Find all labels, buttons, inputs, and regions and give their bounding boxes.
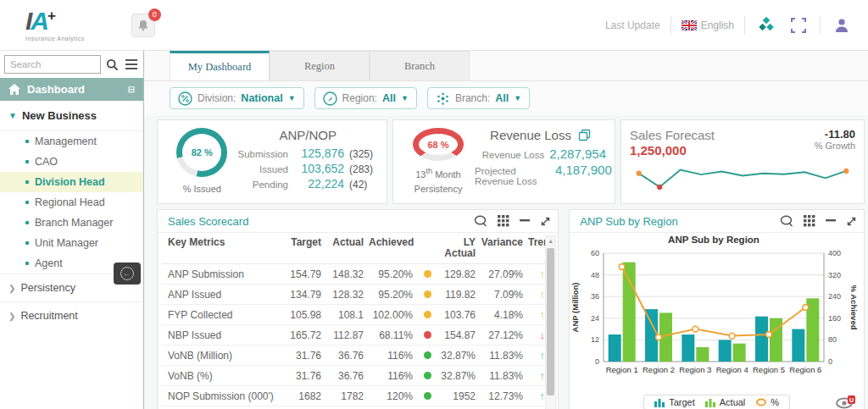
target-bar[interactable] (755, 317, 768, 362)
group-label: Recruitment (20, 310, 77, 322)
status-dot (415, 386, 434, 406)
comment-button[interactable] (780, 215, 793, 227)
trend-up-icon: ↑ (526, 285, 548, 305)
grid-view-button[interactable] (498, 215, 509, 227)
col-variance[interactable]: Variance (478, 233, 526, 264)
percent-marker[interactable] (803, 305, 809, 311)
grid-view-button[interactable] (804, 215, 815, 227)
actual-bar[interactable] (770, 318, 782, 362)
table-row[interactable]: FYP Collected105.98108.1102.00%103.764.1… (161, 305, 548, 325)
bar-legend-icon (705, 398, 716, 407)
branch-filter[interactable]: Branch: All ▼ (427, 87, 530, 109)
eye-watermark-icon[interactable]: U (835, 395, 857, 409)
actual-bar[interactable] (623, 263, 636, 362)
value-cell: 154.87 (434, 325, 478, 345)
table-scrollbar[interactable]: ▲ ▼ (545, 235, 556, 409)
tab-my-dashboard[interactable]: My Dashboard (170, 51, 270, 80)
value-cell: 11.83% (478, 366, 526, 386)
target-bar[interactable] (682, 334, 695, 362)
filter-label: Region: (342, 92, 377, 104)
chat-icon (474, 215, 487, 227)
table-row[interactable]: NOP Submission (000')16821782120%195212.… (161, 386, 548, 406)
line-legend-icon (755, 398, 767, 406)
target-bar[interactable] (719, 340, 732, 362)
table-row[interactable]: ANP Submission154.79148.3295.20%129.8227… (161, 264, 548, 285)
actual-bar[interactable] (697, 347, 709, 362)
group-label: Persistency (20, 282, 75, 294)
notifications-button[interactable]: 0 (131, 14, 155, 37)
window-icon[interactable]: ⊟ (128, 85, 135, 94)
sidebar-item-unit-manager[interactable]: Unit Manager (0, 233, 143, 253)
percent-marker[interactable] (693, 326, 698, 332)
row-label: Submission (238, 149, 288, 159)
tab-branch[interactable]: Branch (370, 51, 470, 80)
division-filter[interactable]: Division: National ▼ (170, 87, 304, 109)
sidebar-item-branch-manager[interactable]: Branch Manager (0, 213, 143, 233)
sidebar-item-cao[interactable]: CAO (0, 152, 143, 172)
tab-region[interactable]: Region (270, 51, 370, 80)
col-ly-actual[interactable]: LY Actual (434, 233, 478, 264)
apps-cubes-button[interactable] (755, 14, 777, 36)
region-filter[interactable]: Region: All ▼ (314, 87, 417, 109)
col-actual[interactable]: Actual (324, 233, 366, 264)
row-value: 2,287,954 (549, 146, 606, 161)
sidebar-item-label: Branch Manager (35, 217, 113, 229)
bullet-icon (25, 160, 29, 163)
main-content: My Dashboard Region Branch Division: Nat… (144, 51, 868, 409)
sidebar-group-new-business[interactable]: ▼ New Business (0, 101, 143, 131)
value-cell: 1652 (281, 406, 324, 409)
scroll-up-arrow[interactable]: ▲ (546, 236, 555, 246)
kpi-row: 82 % % Issued ANP/NOP Submission 125,876… (157, 119, 865, 204)
sidebar-item-regional-head[interactable]: Regional Head (0, 192, 143, 213)
sales-forecast-card: Sales Forecast 1,250,000 -11.80 % Growth (620, 119, 865, 204)
percent-marker[interactable] (656, 334, 662, 340)
target-bar[interactable] (609, 334, 621, 362)
minimize-button[interactable] (826, 216, 836, 226)
col-trend[interactable]: Trend (526, 233, 548, 264)
gauge-value: 82 % (182, 134, 221, 171)
copy-icon[interactable] (578, 129, 591, 141)
percent-marker[interactable] (730, 333, 736, 339)
uk-flag-icon (682, 20, 697, 30)
legend-target[interactable]: Target (654, 397, 695, 407)
search-input[interactable] (4, 55, 101, 74)
legend-actual[interactable]: Actual (705, 397, 746, 407)
sidebar-item-dashboard[interactable]: Dashboard ⊟ (0, 78, 143, 101)
percent-marker[interactable] (620, 264, 626, 270)
value-cell: 95.20% (366, 264, 415, 285)
expand-button[interactable] (540, 216, 551, 227)
target-bar[interactable] (793, 329, 805, 362)
table-row[interactable]: ANP Issued134.79128.3295.20%119.827.09%↑ (161, 285, 548, 305)
table-row[interactable]: VoNB (%)31.7636.76116%32.87%11.83%↑ (161, 366, 548, 386)
col-key-metrics[interactable]: Key Metrics (161, 233, 281, 264)
menu-toggle-button[interactable] (123, 56, 140, 73)
grid-icon (804, 215, 815, 227)
value-cell: 129.82 (434, 264, 478, 285)
svg-text:80: 80 (828, 335, 837, 344)
user-menu-button[interactable] (831, 14, 853, 36)
table-row[interactable]: NOP Issued (000')16521762107%19529.73%↑ (161, 406, 548, 409)
col-target[interactable]: Target (281, 233, 324, 264)
scroll-thumb[interactable] (547, 248, 554, 395)
revenue-loss-title: Revenue Loss (475, 128, 606, 142)
value-cell: 102.00% (366, 305, 415, 325)
sidebar-item-division-head[interactable]: Division Head (0, 172, 143, 192)
expand-button[interactable] (846, 216, 857, 227)
sidebar-item-management[interactable]: Management (0, 131, 143, 152)
col-achieved[interactable]: Achieved (366, 233, 415, 264)
comment-button[interactable] (474, 215, 487, 227)
sales-forecast-value: 1,250,000 (630, 143, 715, 158)
table-row[interactable]: NBP Issued165.72112.8768.11%154.8727.12%… (161, 325, 548, 345)
sidebar-group-recruitment[interactable]: ❯ Recruitment (0, 301, 143, 329)
svg-text:160: 160 (828, 314, 841, 323)
sparkline-marker (637, 171, 642, 176)
search-button[interactable] (103, 56, 120, 73)
legend-percent[interactable]: % (755, 397, 779, 407)
percent-marker[interactable] (766, 332, 772, 338)
actual-bar[interactable] (733, 344, 746, 362)
language-selector[interactable]: English (682, 19, 734, 31)
sidebar-collapse-button[interactable]: ← (114, 263, 141, 285)
fullscreen-button[interactable] (787, 14, 810, 36)
minimize-button[interactable] (520, 216, 530, 226)
table-row[interactable]: VoNB (Million)31.7636.76116%32.87%11.83%… (161, 345, 548, 366)
